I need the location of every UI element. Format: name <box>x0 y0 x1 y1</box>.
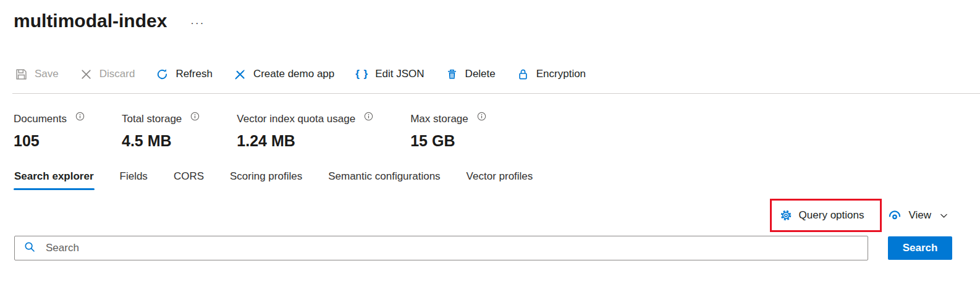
stat-value: 105 <box>14 131 85 150</box>
delete-button[interactable]: Delete <box>446 68 496 81</box>
delete-label: Delete <box>465 68 496 80</box>
stat-vector-index-quota: Vector index quota usage 1.24 MB <box>237 112 373 150</box>
discard-label: Discard <box>99 68 135 80</box>
create-demo-app-icon <box>234 68 247 81</box>
page-title: multimodal-index <box>14 10 167 31</box>
tab-scoring-profiles[interactable]: Scoring profiles <box>229 170 303 190</box>
more-menu-button[interactable]: ··· <box>190 18 205 28</box>
refresh-icon <box>156 68 169 81</box>
chevron-down-icon <box>937 210 949 221</box>
info-icon[interactable] <box>75 112 85 121</box>
encryption-button[interactable]: Encryption <box>517 68 586 81</box>
stat-value: 15 GB <box>410 131 486 150</box>
view-dropdown[interactable]: View <box>887 208 949 223</box>
edit-json-label: Edit JSON <box>375 68 424 80</box>
refresh-label: Refresh <box>175 68 213 80</box>
query-options-button[interactable]: Query options <box>779 209 864 222</box>
search-input-container <box>14 236 868 260</box>
stat-max-storage: Max storage 15 GB <box>410 112 486 150</box>
save-label: Save <box>35 68 59 80</box>
save-icon <box>15 68 28 81</box>
tab-vector-profiles[interactable]: Vector profiles <box>466 170 534 190</box>
stat-label: Total storage <box>122 112 182 126</box>
edit-json-icon: { } <box>355 68 368 80</box>
tab-semantic-configurations[interactable]: Semantic configurations <box>327 170 441 190</box>
refresh-button[interactable]: Refresh <box>156 68 213 81</box>
info-icon[interactable] <box>477 112 486 121</box>
save-button[interactable]: Save <box>15 68 59 81</box>
stat-total-storage: Total storage 4.5 MB <box>122 112 200 150</box>
create-demo-app-button[interactable]: Create demo app <box>234 68 334 81</box>
view-eye-icon <box>887 208 902 223</box>
stat-value: 1.24 MB <box>237 131 373 150</box>
tab-fields[interactable]: Fields <box>119 170 148 190</box>
discard-button[interactable]: Discard <box>80 68 135 81</box>
query-options-label: Query options <box>799 209 864 222</box>
stat-value: 4.5 MB <box>122 131 200 150</box>
discard-icon <box>80 68 93 81</box>
encryption-lock-icon <box>517 68 530 81</box>
edit-json-button[interactable]: { } Edit JSON <box>355 68 424 80</box>
tab-bar: Search explorer Fields CORS Scoring prof… <box>0 170 980 190</box>
encryption-label: Encryption <box>536 68 586 80</box>
stat-label: Vector index quota usage <box>237 112 355 126</box>
create-demo-app-label: Create demo app <box>253 68 334 80</box>
command-bar: Save Discard Refresh Create demo app { }… <box>0 60 980 88</box>
stat-label: Documents <box>14 112 67 126</box>
page-header: multimodal-index ··· <box>0 0 980 33</box>
query-toolbar: Query options View <box>0 198 980 233</box>
tab-cors[interactable]: CORS <box>173 170 205 190</box>
search-bar: Search <box>0 236 980 260</box>
view-label: View <box>908 209 931 222</box>
query-options-highlight: Query options <box>770 199 882 232</box>
search-button[interactable]: Search <box>888 236 952 260</box>
tab-search-explorer[interactable]: Search explorer <box>14 170 95 190</box>
index-stats: Documents 105 Total storage 4.5 MB Vecto… <box>0 112 980 150</box>
stat-documents: Documents 105 <box>14 112 85 150</box>
stat-label: Max storage <box>410 112 468 126</box>
delete-icon <box>446 68 458 81</box>
gear-icon <box>779 209 793 222</box>
info-icon[interactable] <box>190 112 200 121</box>
toolbar-divider <box>12 93 980 94</box>
info-icon[interactable] <box>364 112 373 121</box>
search-input[interactable] <box>44 241 860 255</box>
search-icon <box>23 241 36 256</box>
